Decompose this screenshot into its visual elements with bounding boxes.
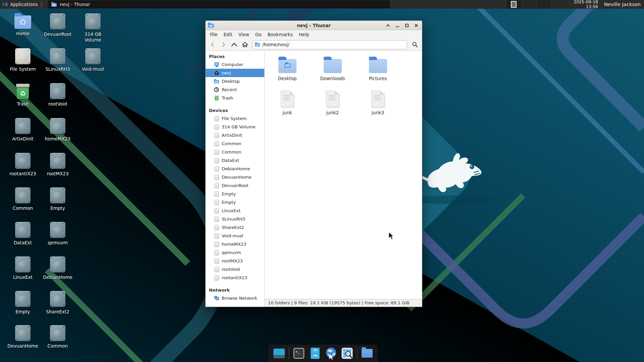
menu-view[interactable]: View	[235, 31, 252, 38]
sidebar-item-computer[interactable]: Computer	[206, 60, 264, 69]
home-icon	[242, 42, 248, 48]
sidebar-device[interactable]: Common	[206, 139, 264, 148]
sidebar-device[interactable]: 314 GB Volume	[206, 123, 264, 131]
desktop-icon-home[interactable]: Home	[5, 13, 40, 37]
file-junk2[interactable]: junk2	[310, 89, 355, 123]
desktop-icon-common-1[interactable]: Common	[5, 187, 40, 211]
thunar-window: nevj - Thunar File Edit View Go Bookmark…	[205, 20, 422, 307]
desktop-icon-devuanhome[interactable]: DevuanHome	[5, 325, 40, 349]
sidebar-device[interactable]: File System	[206, 114, 264, 123]
menu-file[interactable]: File	[207, 31, 221, 38]
desktop-icon-devuanroot[interactable]: DevuanRoot	[40, 13, 75, 37]
terminal-icon: >_	[293, 348, 304, 359]
sidebar-device[interactable]: SLinuxRH3	[206, 215, 264, 223]
maximize-button[interactable]	[405, 23, 409, 27]
drive-icon	[214, 183, 219, 188]
forward-button[interactable]	[219, 40, 228, 49]
sidebar-item-desktop[interactable]: Desktop	[206, 77, 264, 85]
desktop-icon-common-2[interactable]: Common	[40, 325, 75, 349]
desktop-icon-file-system[interactable]: File System	[5, 48, 40, 72]
shade-button[interactable]	[386, 23, 390, 27]
devices-header: Devices	[206, 106, 264, 114]
workspace-cell-1[interactable]	[506, 0, 521, 9]
sidebar-device[interactable]: qemuvm	[206, 248, 264, 257]
globe-browser-icon	[325, 347, 337, 360]
search-button[interactable]	[410, 40, 420, 49]
dock-terminal[interactable]: >_	[292, 347, 305, 360]
desktop-icon-rootmx23[interactable]: rootMX23	[40, 153, 75, 177]
applications-menu-button[interactable]: Applications	[0, 0, 45, 9]
menu-help[interactable]: Help	[296, 31, 312, 38]
sidebar-device[interactable]: DataExt	[206, 156, 264, 165]
file-junk[interactable]: junk	[265, 89, 310, 123]
sidebar-device[interactable]: ArtixDinit	[206, 131, 264, 139]
desktop-icon-debianhome[interactable]: DebianHome	[40, 256, 75, 280]
drive-icon	[214, 225, 219, 230]
desktop-icon-homemx23[interactable]: homeMX23	[40, 118, 75, 142]
file-label: Downloads	[320, 76, 345, 81]
folder-pictures[interactable]: Pictures	[355, 56, 400, 89]
sidebar-device[interactable]: Common	[206, 148, 264, 156]
sidebar-item-trash[interactable]: ♻ Trash	[206, 94, 264, 102]
workspace-cell-2[interactable]	[521, 0, 536, 9]
sidebar-device[interactable]: Empty	[206, 198, 264, 206]
location-bar[interactable]: /home/nevj/	[253, 40, 407, 49]
sidebar-device[interactable]: DevuanHome	[206, 173, 264, 181]
taskbar-window-button[interactable]: nevj - Thunar	[48, 0, 390, 8]
sidebar-device[interactable]: Empty	[206, 190, 264, 198]
menu-go[interactable]: Go	[252, 31, 265, 38]
up-button[interactable]	[229, 40, 239, 49]
dock-show-desktop[interactable]	[273, 347, 285, 360]
back-button[interactable]	[208, 40, 217, 49]
desktop-icon-trash[interactable]: ♻ Trash	[5, 83, 40, 107]
dock-file-manager[interactable]	[361, 347, 373, 360]
sidebar-device[interactable]: ShareExt2	[206, 223, 264, 232]
sidebar-device[interactable]: rootVoid	[206, 265, 264, 274]
sidebar-device[interactable]: LinuxExt	[206, 206, 264, 215]
file-junk3[interactable]: junk3	[355, 89, 400, 123]
dock-application-finder[interactable]	[341, 347, 354, 360]
desktop-icon-slinuxrh3[interactable]: SLinuxRH3	[40, 48, 75, 72]
desktop-icon-empty-1[interactable]: Empty	[40, 187, 75, 211]
desktop-icon-void-musl[interactable]: Void-musl	[75, 48, 110, 72]
folder-downloads[interactable]: Downloads	[310, 56, 355, 89]
sidebar-device[interactable]: rootantiX23	[206, 274, 264, 282]
desktop-icon-artixdinit[interactable]: ArtixDinit	[5, 118, 40, 142]
panel-clock[interactable]: 2025-09-18 13:56	[571, 0, 600, 9]
desktop-icon-rootantix23[interactable]: rootantiX23	[5, 153, 40, 177]
sidebar-item-browse-network[interactable]: Browse Network	[206, 294, 264, 302]
desktop-icon-empty-2[interactable]: Empty	[5, 291, 40, 315]
desktop-icon-shareext2[interactable]: ShareExt2	[40, 291, 75, 315]
window-titlebar[interactable]: nevj - Thunar	[206, 21, 422, 30]
folder-desktop[interactable]: Desktop	[265, 56, 310, 89]
sidebar-device[interactable]: DevuanRoot	[206, 181, 264, 190]
dock-web-browser[interactable]	[325, 347, 337, 360]
sidebar-device[interactable]: Void-musl	[206, 232, 264, 240]
desktop-icon-linuxext[interactable]: LinuxExt	[5, 256, 40, 280]
sidebar-item-nevj[interactable]: nevj	[206, 69, 264, 77]
close-button[interactable]	[414, 23, 418, 27]
desktop-icon-314gb-volume[interactable]: 314 GB Volume	[75, 13, 110, 43]
drive-icon	[85, 13, 101, 29]
menu-edit[interactable]: Edit	[221, 31, 235, 38]
desktop-icon-qemuvm[interactable]: qemuvm	[40, 222, 75, 246]
drive-icon	[50, 48, 65, 64]
workspace-cell-4[interactable]	[551, 0, 567, 9]
sidebar-device[interactable]: DebianHome	[206, 165, 264, 173]
dock-file-cabinet[interactable]	[309, 347, 321, 360]
dock: >_	[268, 345, 378, 362]
current-path: /home/nevj/	[262, 42, 289, 47]
menu-bookmarks[interactable]: Bookmarks	[265, 31, 296, 38]
desktop-icon-dataext[interactable]: DataExt	[5, 222, 40, 246]
device-label: homeMX23	[222, 242, 247, 247]
desktop-icon-rootvoid[interactable]: rootVoid	[40, 83, 75, 107]
minimize-button[interactable]	[395, 23, 399, 27]
drive-icon	[50, 291, 65, 307]
home-button[interactable]	[240, 40, 250, 49]
desktop-icon-label: rootMX23	[47, 171, 68, 177]
sidebar-device[interactable]: homeMX23	[206, 240, 264, 248]
sidebar-device[interactable]: rootMX23	[206, 257, 264, 265]
sidebar-item-recent[interactable]: Recent	[206, 85, 264, 94]
drive-icon	[50, 187, 65, 203]
workspace-cell-3[interactable]	[536, 0, 551, 9]
